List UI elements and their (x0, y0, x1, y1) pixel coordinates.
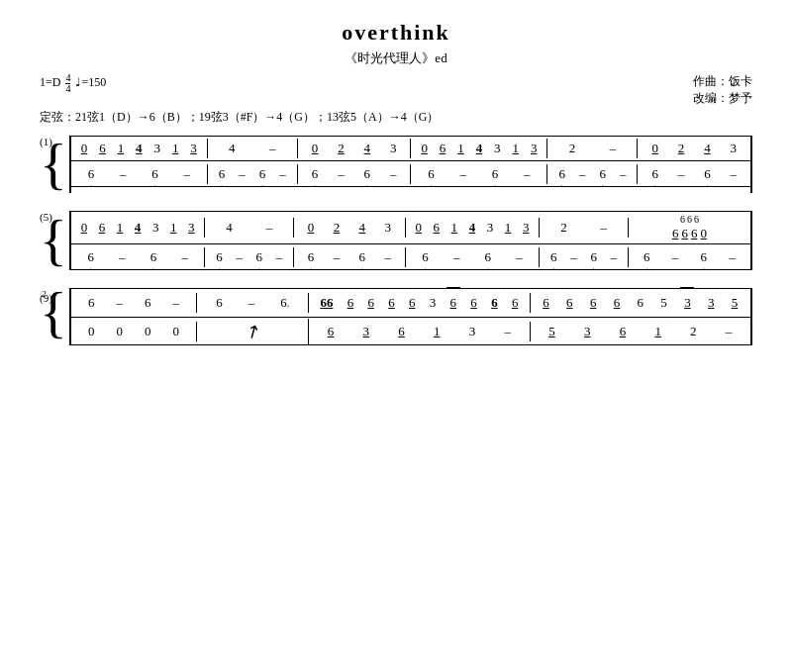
note: 0 (81, 220, 88, 236)
note: 6· (151, 166, 158, 182)
measure-2-4: 0 6 1 4 3 1 3 (406, 218, 541, 238)
note: – (726, 324, 733, 339)
staff-system-3: 6 – 6 – 6 – 6. 66 6 6 (69, 288, 752, 345)
measure-2-5: 2 – (540, 218, 629, 238)
note: – (338, 166, 345, 182)
section-num-2: (5) (40, 211, 52, 223)
note: 6 (367, 295, 374, 311)
measure-3-2: 6 – 6. (197, 293, 309, 313)
bass-m6: 6· – 6· – (629, 247, 750, 267)
note: – (279, 166, 286, 182)
note: – (504, 324, 511, 339)
note: 1 (434, 324, 441, 339)
note: 66 (320, 295, 333, 311)
note: 6· (219, 166, 226, 182)
bass-measure-5: 6· – 6· – (547, 164, 638, 184)
note: 3 (584, 324, 591, 339)
note: 6 (328, 324, 335, 339)
note: – (276, 249, 283, 265)
note: 6 (99, 220, 106, 236)
note: 4 (229, 141, 236, 156)
note: 6 (347, 295, 354, 311)
note: 6 (388, 295, 395, 311)
composer-info: 作曲：饭卡 改编：梦予 (693, 73, 752, 107)
note: 6· (87, 249, 94, 265)
note: 4 (476, 141, 483, 156)
note: 6 (681, 226, 688, 241)
note: 6 (691, 226, 698, 241)
note: 2 (560, 220, 567, 236)
song-title: overthink (40, 20, 752, 46)
note: – (116, 295, 123, 311)
note: 6 (216, 295, 223, 311)
note: 4 (136, 141, 143, 156)
note: – (600, 220, 607, 236)
note: – (678, 166, 685, 182)
note: 6· (312, 166, 319, 182)
upper-staff-1: 0 6 1 4 3 1 3 4 – 0 (71, 136, 750, 161)
note: 3 (188, 220, 195, 236)
note: 0 (308, 220, 315, 236)
measure-1-1: 0 6 1 4 3 1 3 (71, 139, 208, 158)
bass-m4: 6· – 6· – (406, 247, 541, 267)
note: 3 (531, 141, 538, 156)
note: 4 (226, 220, 233, 236)
note: 2 (338, 141, 345, 156)
note: 6· (492, 166, 499, 182)
lower-staff-3: 0 0 0 0 ↗ 6 3 6 1 3 (71, 318, 750, 345)
note: – (120, 166, 127, 182)
lower-staff-1: 6· – 6· – 6· – 6· – 6· – 6· (71, 161, 750, 187)
note: 6 (512, 295, 519, 311)
note: – (181, 249, 188, 265)
note: 4 (135, 220, 142, 236)
note: 6 (680, 214, 685, 225)
note: 6 (491, 295, 498, 311)
note: 3 (390, 141, 397, 156)
staff-system-1: 0 6 1 4 3 1 3 4 – 0 (69, 136, 752, 193)
note: 0 (88, 324, 95, 339)
measure-3-1: 6 – 6 – (71, 293, 197, 313)
note: 6· (599, 166, 606, 182)
note: 6 (470, 295, 477, 311)
measure-1-5: 2 – (547, 139, 638, 158)
note: – (611, 249, 618, 265)
bass-3-2: ↗ (197, 319, 309, 344)
measure-1-2: 4 – (208, 139, 298, 158)
note: 6 (434, 220, 441, 236)
note: 4 (704, 141, 711, 156)
note: 6 (590, 295, 597, 311)
note: 1 (451, 220, 458, 236)
bass-measure-6: 6· – 6· – (638, 164, 750, 184)
note: 2 (569, 141, 576, 156)
note: – (516, 249, 523, 265)
section-1: (1) { 0 6 1 4 3 1 3 (40, 136, 752, 193)
note: – (239, 166, 246, 182)
note: 6· (422, 249, 429, 265)
note: 6· (550, 249, 557, 265)
note: 4 (359, 220, 366, 236)
note: 3 (708, 295, 715, 311)
note: 6 (638, 295, 644, 311)
note: 1 (457, 141, 464, 156)
note: – (248, 295, 255, 311)
bass-m1: 6· – 6· – (71, 247, 206, 267)
note: 6 (145, 295, 151, 311)
bass-measure-2: 6· – 6· – (208, 164, 298, 184)
note: 3 (731, 141, 738, 156)
note: 6 (440, 141, 446, 156)
note: 6 (620, 324, 627, 339)
bass-m5: 6· – 6· – (540, 247, 629, 267)
measure-2-3: 0 2 4 3 (294, 218, 406, 238)
measure-2-2: 4 – (205, 218, 294, 238)
note: 6 (566, 295, 573, 311)
note: 5 (548, 324, 555, 339)
note: 3 (430, 295, 437, 311)
note: 1 (117, 220, 124, 236)
note: 6· (701, 249, 708, 265)
note: 3 (494, 141, 501, 156)
note: – (672, 249, 679, 265)
bass-m3: 6· – 6· – (294, 247, 406, 267)
note: 6 (398, 324, 405, 339)
note: 6· (216, 249, 223, 265)
note: 6· (259, 166, 266, 182)
